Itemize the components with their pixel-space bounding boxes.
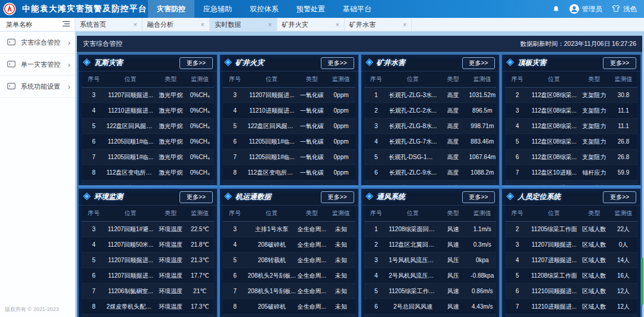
cell-position: 11207进顺掘进...: [530, 253, 579, 268]
chevron-right-icon: ›: [68, 39, 70, 46]
cell-position: 112盘区08综采...: [530, 119, 579, 134]
cell-seq: 7: [223, 150, 247, 165]
user-menu[interactable]: 管理员: [569, 4, 603, 14]
cell-type: 一氧化碳: [296, 103, 327, 119]
main-content: 灾害综合管控 数据刷新时间：2023年11月06日 16:27:26 瓦斯灾害 …: [75, 32, 644, 317]
cell-position: 11210进顺掘进...: [247, 103, 296, 119]
cell-value: 未知: [327, 253, 355, 268]
tab[interactable]: 融合分析 ×: [143, 18, 210, 31]
column-header: 位置: [247, 206, 296, 222]
cell-type: 一氧化碳: [296, 88, 327, 103]
table-row: 1 长观孔-ZLG-3水... 高度 1031.52m: [364, 88, 497, 103]
table-header-row: 序号位置类型监测值: [82, 72, 214, 88]
cell-value: 4.43m/s: [468, 299, 496, 315]
cell-type: 支架阻力: [579, 150, 609, 165]
cell-seq: 5: [364, 284, 388, 299]
nav-item[interactable]: 预警处置: [287, 0, 334, 18]
cell-position: 2煤皮带机头配电...: [106, 299, 155, 315]
tab[interactable]: 矿井火灾 ×: [277, 18, 345, 31]
close-icon[interactable]: ×: [134, 21, 137, 28]
more-button[interactable]: 更多>>: [603, 191, 636, 203]
cell-value: 0ppm: [327, 165, 355, 181]
more-button[interactable]: 更多>>: [462, 57, 496, 69]
data-panel: 通风系统 更多>> 序号位置类型监测值 1 11208综采面回风... 风速 1…: [361, 188, 500, 317]
cell-position: 11207回顺掘进...: [247, 88, 296, 103]
section-header: 灾害综合管控 数据刷新时间：2023年11月06日 16:27:26: [77, 36, 642, 52]
cell-position: 11205回顺1#临...: [247, 134, 296, 150]
more-button[interactable]: 更多>>: [462, 191, 496, 203]
more-button[interactable]: 更多>>: [321, 57, 354, 69]
column-header: 序号: [364, 72, 388, 88]
collapse-menu-icon[interactable]: [63, 21, 70, 28]
cell-value: 0人: [609, 237, 637, 253]
nav-item[interactable]: 基础平台: [334, 0, 380, 18]
table-row: 3 112盘区08综采... 支架阻力 11.1: [505, 103, 637, 119]
more-button[interactable]: 更多>>: [179, 191, 213, 203]
table-row: 6 2号总回风风速 风速 4.43m/s: [364, 299, 497, 315]
nav-item[interactable]: 双控体系: [241, 0, 287, 18]
cell-type: 高度: [438, 119, 468, 134]
tab[interactable]: 实时数据 ×: [210, 18, 277, 31]
cell-type: 全生命周...: [296, 284, 327, 299]
cell-type: 全生命周...: [296, 222, 327, 237]
table-row: 3 11207回顺1#避... 环境温度 22.5℃: [82, 222, 214, 237]
cell-value: 22.5℃: [186, 222, 214, 237]
cell-type: 一氧化碳: [296, 150, 327, 165]
cell-seq: 5: [82, 253, 106, 268]
more-button[interactable]: 更多>>: [321, 191, 354, 203]
user-name: 管理员: [582, 5, 603, 14]
table-header-row: 序号位置类型监测值: [505, 206, 637, 222]
column-header: 位置: [530, 206, 579, 222]
close-icon[interactable]: ×: [268, 21, 272, 28]
theme-toggle[interactable]: 浅色: [612, 5, 637, 14]
cell-type: 环境温度: [156, 284, 186, 299]
cell-value: 30.8: [609, 88, 637, 103]
column-header: 类型: [438, 72, 468, 88]
close-icon[interactable]: ×: [403, 21, 407, 28]
cell-seq: 7: [505, 299, 529, 315]
more-button[interactable]: 更多>>: [603, 57, 636, 69]
bell-icon[interactable]: [552, 5, 560, 13]
table-row: 6 11210回顺掘进... 区域人数 12人: [505, 284, 637, 299]
more-button[interactable]: 更多>>: [179, 57, 213, 69]
cell-value: 0%CH₄: [186, 181, 214, 187]
cell-position: 长观孔-ZLC-2水...: [388, 103, 438, 119]
cell-seq: 4: [82, 237, 106, 253]
panel-header: 矿井火灾 更多>>: [220, 55, 358, 72]
cell-position: 11208综采面回风...: [388, 222, 438, 237]
sidebar-item[interactable]: 系统功能设置 ›: [0, 76, 75, 98]
cell-seq: 6: [82, 268, 106, 284]
table-row: 9 2#永久避难硐室... 激光甲烷 0%CH₄: [82, 181, 214, 187]
cell-type: 区域人数: [579, 268, 609, 284]
cell-type: 全生命周...: [296, 268, 327, 284]
close-icon[interactable]: ×: [201, 21, 205, 28]
table-row: 7 11205回顺1#临... 一氧化碳 0ppm: [223, 150, 355, 165]
gem-icon: [506, 192, 514, 203]
cell-value: 未知: [327, 315, 355, 317]
cell-seq: 3: [82, 222, 106, 237]
cell-seq: 3: [505, 103, 529, 119]
scrollbar-thumb[interactable]: [641, 257, 643, 305]
cell-seq: 8: [82, 165, 106, 181]
cell-position: 11205回顺1#临...: [106, 150, 155, 165]
tab[interactable]: 系统首页 ×: [75, 18, 143, 31]
cell-value: 12人: [609, 299, 637, 315]
cell-value: 118.2: [609, 181, 637, 187]
cell-position: 11206制氮硐室...: [106, 284, 155, 299]
app-root: 中能袁大滩灾害预警及防控平台 灾害防控应急辅助双控体系预警处置基础平台 管理员: [0, 0, 644, 317]
sidebar-header: 菜单名称: [0, 18, 75, 31]
panel-title: 瓦斯灾害: [94, 58, 179, 68]
tab[interactable]: 矿井水害 ×: [345, 18, 412, 31]
table-header-row: 序号位置类型监测值: [364, 72, 497, 88]
cell-type: 一氧化碳: [296, 181, 327, 187]
nav-item[interactable]: 灾害防控: [148, 0, 194, 18]
close-icon[interactable]: ×: [336, 21, 339, 28]
column-header: 监测值: [468, 206, 496, 222]
cell-value: 0kpa: [468, 253, 496, 268]
cell-seq: 9: [82, 315, 106, 317]
nav-item[interactable]: 应急辅助: [194, 0, 241, 18]
sidebar-item[interactable]: 单一灾害管控 ›: [0, 54, 75, 76]
sidebar-item[interactable]: 灾害综合管控 ›: [0, 32, 75, 54]
cell-type: 区域人数: [579, 299, 609, 315]
column-header: 位置: [106, 72, 155, 88]
